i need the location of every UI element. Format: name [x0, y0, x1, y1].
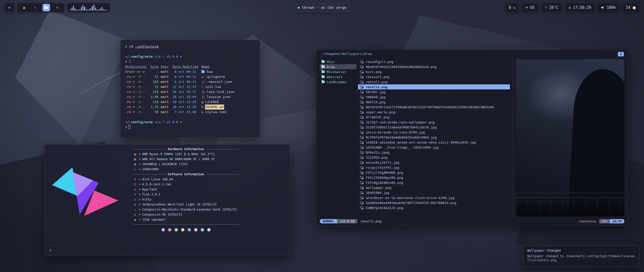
visualizer-bar [87, 10, 88, 11]
sidebar-folder[interactable]: Misc [320, 59, 356, 64]
file-row[interactable]: 87r687df.png [358, 115, 510, 120]
file-row[interactable]: result2.png [358, 84, 510, 89]
file-permissions: .rw-r--r-- [125, 89, 146, 94]
updates-module[interactable]: 0 ↻ [505, 3, 519, 12]
file-row[interactable]: FXfcHgcWIAMzs0G.png [358, 180, 510, 185]
file-name: FXfcJlTXgAMvH6R.png [366, 171, 403, 175]
terminal-cursor[interactable] [128, 125, 130, 129]
file-row[interactable]: 217167-sad-anime-rain-wallpaper.png [358, 120, 510, 125]
media-module[interactable]: ● thrown - on the verge [293, 3, 351, 12]
image-icon [360, 151, 364, 154]
workspace-button[interactable] [43, 4, 50, 11]
image-icon [360, 186, 364, 189]
file-row[interactable]: ressdfgult.png [358, 59, 510, 64]
tab-badge[interactable]: 1 [618, 52, 624, 56]
file-row[interactable]: chica-mirando-la-luna-8799.jpg [358, 130, 510, 135]
arrow-icon: ➜ [139, 167, 140, 172]
file-row[interactable]: 596848.jpg [358, 94, 510, 99]
arrow-icon: ➜ [139, 187, 140, 192]
notifications-module[interactable]: 24 [622, 3, 639, 12]
file-row[interactable]: 08a634fa02a32364f69ebc86a98eb1eb.png [358, 64, 510, 69]
software-info-line: ❯ ➜ kitty [133, 197, 239, 202]
file-name: .gitignore [205, 74, 225, 79]
file-row[interactable]: 3126f7e9bbf21a8a4af0b67b041c6e26.jpg [358, 125, 510, 130]
file-name: 87r687df.png [366, 115, 389, 119]
hardware-section-title: Hardware Information [133, 147, 239, 152]
file-name: wallpaper.png [366, 186, 391, 190]
cursor-position-badge: 14/38 [610, 219, 624, 223]
file-row[interactable]: 5a266e448add93deab367d87173e9f25-6837886… [358, 200, 510, 205]
software-info: Λ ➜ Arch Linux x86_64 ☲ ➜ 6.5.8-zen1-1-z… [133, 177, 239, 222]
file-size: 7,7k [148, 105, 158, 110]
file-name: stylua.toml [205, 110, 227, 115]
workspace-button[interactable]: ✌ [31, 4, 39, 11]
software-info-line: ▧ ➜ 1558 (pacman) [133, 217, 239, 222]
visualizer-bar [84, 7, 85, 11]
info-value: AMD Ryzen 9 5900X (24) @ 4.9GHz [61.3°C] [142, 152, 215, 157]
file-name: re1sult.png [366, 80, 387, 84]
keyboard-layout-module[interactable]: ⌨ US [522, 3, 538, 12]
file-row[interactable]: re1sult.png [358, 79, 510, 84]
workspace-button[interactable]: ◉ [20, 4, 28, 11]
braces-icon: {} [202, 90, 205, 94]
file-date: 7 oct 23:06 [173, 110, 199, 115]
sidebar-folder[interactable]: Landscapes [320, 79, 356, 84]
image-icon [360, 146, 364, 149]
arrow-icon: ➜ [139, 152, 140, 157]
font-icon: A [133, 203, 137, 206]
visualizer-bar [72, 8, 72, 11]
file-row[interactable]: resssult.png [358, 74, 510, 79]
file-row[interactable]: FXfcJlTXgAMvH6R.png [358, 170, 510, 175]
folder-name: Misc [327, 60, 335, 64]
workspace-button[interactable]: ✎ [54, 4, 61, 11]
software-info-line: ◈ ➜ Catppuccin-SE [GTK2/3] [133, 212, 239, 217]
file-row[interactable]: 8FKa7Cu.jpeg [358, 150, 510, 155]
volume-module[interactable]: 100% [597, 3, 620, 12]
file-row[interactable]: 0c794faf07de24a4db4d4fb1eb813964.jpg [358, 135, 510, 140]
file-row[interactable]: 154928-odinokoe_anime-art-anime-okno-sin… [358, 140, 510, 145]
image-icon [360, 106, 364, 109]
image-icon [360, 91, 364, 93]
file-row[interactable]: atardecer-en-la-montanas-ilustracion-634… [358, 195, 510, 200]
image-icon [360, 131, 364, 134]
file-owner: matt [161, 74, 170, 79]
clock-module[interactable]: ◷ 17:50:29 [565, 3, 595, 12]
file-table: drwxr-xr-x - matt 6 oct 00:31 lua .rw-r-… [125, 69, 255, 115]
terminal-window[interactable]: ❯ cd .config/nvim ~/.config/nvim via ☾ v… [120, 40, 260, 138]
file-row[interactable]: EeNKYgIUcAAJ5JX.png [358, 205, 510, 210]
browser-icon: ◉ [23, 6, 25, 9]
breadcrumb-path: ~/Imagenes/Wallpapers/Draw [321, 52, 372, 57]
file-row[interactable]: super-mario.png [358, 110, 510, 115]
file-row[interactable]: 20492984.jpg [358, 190, 510, 195]
file-row[interactable]: 68747470733a2f2f696d616765732d7769786d70… [358, 105, 510, 110]
palette-dot [162, 228, 165, 231]
file-row[interactable]: 19201080-__blue-tinge__-1920×1080.jpg [358, 145, 510, 150]
file-row[interactable]: 587597.jpg [358, 89, 510, 94]
file-row[interactable]: 3122955.png [358, 155, 510, 160]
shell-prompt[interactable]: ~ ❯ [50, 243, 51, 253]
file-row[interactable]: 866715.png [358, 99, 510, 105]
temperature-module[interactable]: ☼ 26°C [541, 3, 562, 12]
sidebar-folder[interactable]: Minimalist [320, 69, 356, 74]
visualizer-bar [70, 9, 71, 11]
terminal-file-row: .rw-r--r-- 51 matt 6 oct 00:31 ±.gitigno… [125, 74, 255, 79]
file-name: lazy-lock.json [207, 89, 234, 94]
file-owner: matt [161, 89, 170, 94]
file-row[interactable]: rsjqojlmjhf91.jpg [358, 165, 510, 170]
notification[interactable]: Wallpaper Changed Wallpaper changed to /… [523, 245, 639, 267]
file-row[interactable]: wallpaper.png [358, 185, 510, 190]
file-size: 11k [148, 99, 158, 105]
file-permissions: .rw-r--r-- [125, 84, 146, 89]
file-size: - [148, 69, 158, 74]
file-row[interactable]: kurz.png [358, 69, 510, 74]
braces-icon: {} [202, 95, 205, 99]
file-row[interactable]: nnvuv0xj2df71.jpg [358, 160, 510, 165]
sidebar-folder[interactable]: Draw [320, 64, 356, 69]
file-row[interactable]: FXfcII0X0AQyn9X.png [358, 175, 510, 180]
hardware-info-line: ▥ ➜ 10948MiB / 64183MiB (17%) [133, 162, 239, 167]
sidebar-folder[interactable]: Abstract [320, 74, 356, 79]
launcher-button[interactable]: ➤ [5, 3, 15, 12]
file-permissions: .rw-r--r-- [125, 105, 146, 110]
wm-icon: ❖ [133, 188, 137, 191]
gpu-icon: ▦ [133, 158, 137, 161]
